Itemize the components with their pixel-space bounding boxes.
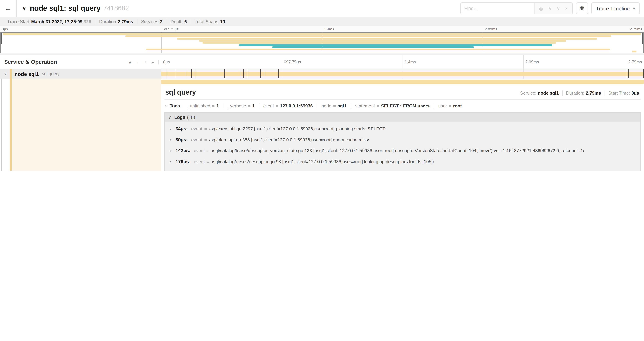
- span-row-name-cell[interactable]: ∨ node sql1 sql query: [0, 69, 161, 79]
- collapse-all-icon[interactable]: »: [142, 61, 147, 63]
- log-timestamp: 142μs:: [176, 148, 190, 153]
- logs-header[interactable]: ∨ Logs (18): [165, 113, 640, 122]
- log-timestamp: 176μs:: [176, 159, 190, 164]
- tag-key: _verbose: [228, 103, 246, 109]
- log-event-value: ‹sql/catalog/descs/descriptor.go:98 [nsq…: [212, 159, 434, 164]
- stat-value: 6: [184, 19, 187, 24]
- collapse-controls: ∨ › » »: [128, 60, 154, 65]
- find-group: ◎ ∧ ∨ ×: [460, 3, 573, 14]
- top-bar: ← ∨ node sql1: sql query 7418682 ◎ ∧ ∨ ×…: [0, 0, 644, 17]
- minimap-tick-label: 0μs: [0, 27, 8, 31]
- log-marker-tick: [194, 69, 194, 78]
- find-clear-icon[interactable]: ×: [565, 6, 568, 11]
- logs-collapse-chevron-down-icon[interactable]: ∨: [168, 115, 171, 119]
- tag-equals: =: [333, 103, 336, 109]
- tags-expand-chevron-right-icon[interactable]: ›: [165, 103, 166, 108]
- detail-accent-background: [12, 79, 161, 171]
- tag-value: 1: [252, 103, 255, 109]
- minimap-span-bar: [272, 47, 474, 48]
- log-expand-chevron-right-icon[interactable]: ›: [170, 160, 176, 164]
- log-marker-tick: [628, 69, 629, 78]
- tags-list: _unfinished=1_verbose=1client=127.0.0.1:…: [183, 103, 466, 109]
- stat-value-suffix: .326: [82, 19, 91, 24]
- view-select-label: Trace Timeline: [596, 5, 630, 11]
- log-timestamp: 189μs:: [176, 170, 190, 171]
- tag-key: user: [438, 103, 447, 109]
- collapse-one-icon[interactable]: ∨: [128, 60, 132, 65]
- log-event-value: ‹sql/plan_opt.go:358 [nsql1,client=127.0…: [209, 137, 370, 142]
- service-operation-title: Service & Operation: [4, 59, 128, 65]
- minimap-canvas[interactable]: [0, 32, 644, 53]
- log-row[interactable]: › 34μs: event = ‹sql/exec_util.go:2297 […: [165, 123, 640, 134]
- log-expand-chevron-right-icon[interactable]: ›: [170, 127, 176, 131]
- keyboard-shortcuts-button[interactable]: ⌘: [576, 3, 588, 14]
- span-detail-row: sql query Service:node sql1Duration:2.79…: [0, 79, 644, 171]
- minimap-left-scrubber[interactable]: [1, 33, 2, 44]
- span-detail-panel: sql query Service:node sql1Duration:2.79…: [161, 85, 644, 171]
- service-operation-header: Service & Operation ∨ › » »: [0, 56, 161, 69]
- expand-all-icon[interactable]: »: [151, 60, 154, 65]
- tags-row[interactable]: › Tags: _unfinished=1_verbose=1client=12…: [164, 100, 640, 111]
- log-row[interactable]: › 80μs: event = ‹sql/plan_opt.go:358 [ns…: [165, 134, 640, 145]
- log-marker-tick: [627, 69, 627, 78]
- trace-title-group[interactable]: ∨ node sql1: sql query 7418682: [22, 4, 460, 13]
- column-resize-grip[interactable]: [156, 60, 159, 65]
- log-field-name: event: [194, 159, 205, 164]
- minimap-span-bar: [147, 49, 610, 50]
- log-row[interactable]: › 142μs: event = ‹sql/catalog/lease/desc…: [165, 145, 640, 156]
- span-collapse-chevron-down-icon[interactable]: ∨: [4, 72, 8, 76]
- tag-value: sql1: [338, 103, 346, 109]
- log-field-name: event: [191, 137, 202, 142]
- find-next-icon[interactable]: ∨: [557, 6, 560, 11]
- tag-value: 1: [216, 103, 219, 109]
- minimap-span-bar: [632, 51, 636, 53]
- detail-meta-item: Duration:2.79ms: [563, 91, 605, 96]
- log-event-value: ‹sql/catalog/lease/descriptor_version_st…: [212, 148, 584, 153]
- span-row-timeline-cell[interactable]: [161, 69, 644, 79]
- find-input[interactable]: [461, 3, 534, 14]
- span-duration-bar[interactable]: [161, 72, 644, 76]
- log-expand-chevron-right-icon[interactable]: ›: [170, 149, 176, 153]
- timeline-ruler: 0μs697.75μs1.4ms2.09ms2.79ms: [161, 56, 644, 69]
- log-marker-tick: [196, 69, 196, 78]
- tag-key: node: [322, 103, 332, 109]
- log-rows: › 34μs: event = ‹sql/exec_util.go:2297 […: [165, 122, 640, 171]
- detail-panel-container: sql query Service:node sql1Duration:2.79…: [161, 79, 644, 171]
- command-icon: ⌘: [579, 5, 585, 12]
- trace-timeline-page: ← ∨ node sql1: sql query 7418682 ◎ ∧ ∨ ×…: [0, 0, 644, 171]
- span-service-name: node sql1: [14, 71, 39, 77]
- expand-one-icon[interactable]: ›: [137, 60, 138, 65]
- log-field-name: event: [191, 126, 202, 132]
- tag-key: statement: [355, 103, 375, 109]
- back-button[interactable]: ←: [0, 0, 16, 17]
- find-prev-icon[interactable]: ∧: [548, 6, 552, 11]
- log-expand-chevron-right-icon[interactable]: ›: [170, 138, 176, 142]
- log-marker-tick: [244, 69, 244, 78]
- meta-value: node sql1: [538, 91, 559, 96]
- trace-minimap: 0μs697.75μs1.4ms2.09ms2.79ms: [0, 26, 644, 53]
- minimap-tick-label: 697.75μs: [161, 27, 178, 31]
- stat-label: Duration: [99, 19, 116, 24]
- minimap-span-bar: [125, 36, 611, 37]
- locate-target-icon[interactable]: ◎: [539, 6, 543, 11]
- span-row[interactable]: ∨ node sql1 sql query: [0, 69, 644, 79]
- log-marker-tick: [240, 69, 241, 78]
- ruler-tick-label: 1.4ms: [402, 60, 416, 65]
- tag-value: root: [453, 103, 462, 109]
- tag-equals: =: [212, 103, 215, 109]
- log-marker-tick: [245, 69, 246, 78]
- stat-label: Trace Start: [7, 19, 30, 24]
- log-event-value: ‹sql/exec_util.go:2297 [nsql1,client=127…: [209, 126, 386, 132]
- log-row[interactable]: › 176μs: event = ‹sql/catalog/descs/desc…: [165, 156, 640, 167]
- ruler-tick-label: 2.09ms: [523, 60, 539, 65]
- tag-equals: =: [276, 103, 278, 109]
- log-row[interactable]: › 189μs: event = ‹sql/catalog/lease/desc…: [165, 167, 640, 171]
- tag-key: client: [263, 103, 274, 109]
- stat-item: Duration 2.79ms: [96, 19, 137, 24]
- minimap-right-scrubber[interactable]: [642, 33, 643, 44]
- detail-meta: Service:node sql1Duration:2.79msStart Ti…: [516, 91, 640, 96]
- back-arrow-icon: ←: [5, 4, 12, 12]
- log-marker-tick: [248, 69, 248, 78]
- trace-view-select[interactable]: Trace Timeline ∨: [591, 3, 640, 14]
- tag-value: 127.0.0.1:59936: [280, 103, 313, 109]
